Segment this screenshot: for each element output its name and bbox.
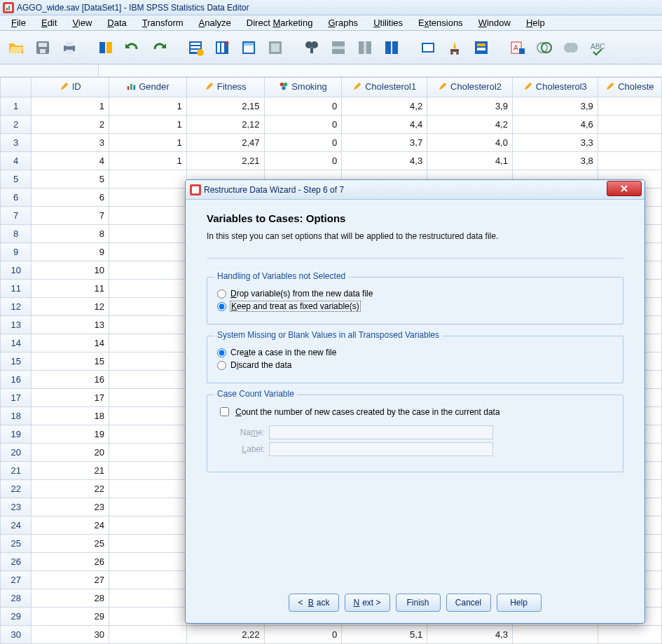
radio-discard-data[interactable] [217, 361, 226, 370]
cell[interactable]: 1 [109, 97, 187, 116]
print-icon[interactable] [57, 36, 81, 60]
row-header[interactable]: 18 [1, 407, 32, 425]
menu-help[interactable]: Help [519, 16, 552, 29]
row-header[interactable]: 15 [1, 352, 32, 371]
menu-transform[interactable]: Transform [135, 16, 191, 29]
row-header[interactable]: 24 [1, 516, 32, 535]
cell[interactable] [109, 189, 187, 207]
table-row[interactable]: 1112,1504,23,93,9 [1, 97, 662, 116]
row-header[interactable]: 14 [1, 334, 32, 352]
col-header-c3[interactable]: Cholesterol3 [512, 78, 598, 97]
cell[interactable] [109, 298, 187, 316]
goto-case-icon[interactable] [184, 36, 207, 60]
col-header-c2[interactable]: Cholesterol2 [427, 78, 513, 97]
cell[interactable]: 6 [32, 189, 109, 207]
cell[interactable] [109, 261, 187, 280]
variables-icon[interactable] [237, 36, 261, 60]
col-header-c1[interactable]: Cholesterol1 [342, 78, 427, 97]
radio-keep-fixed[interactable] [217, 302, 226, 311]
use-sets-icon[interactable]: A [506, 36, 530, 60]
row-header[interactable]: 21 [1, 462, 32, 480]
row-header[interactable]: 11 [1, 280, 32, 298]
redo-icon[interactable] [147, 36, 171, 60]
label-drop-variables[interactable]: Drop variable(s) from the new data file [230, 289, 373, 299]
cell[interactable]: 30 [32, 626, 109, 644]
recall-dialog-icon[interactable] [94, 36, 118, 60]
menu-view[interactable]: View [65, 16, 99, 29]
cell[interactable] [109, 371, 187, 389]
cell[interactable]: 2,12 [186, 116, 264, 134]
cell[interactable]: 19 [32, 425, 109, 444]
row-header[interactable]: 7 [1, 207, 32, 225]
cell[interactable]: 20 [32, 444, 109, 462]
table-row[interactable]: 3312,4703,74,03,3 [1, 134, 662, 152]
cell[interactable]: 2,47 [186, 134, 264, 152]
cell[interactable]: 8 [32, 225, 109, 243]
cell[interactable] [109, 626, 187, 644]
cell[interactable]: 7 [32, 207, 109, 225]
row-header[interactable]: 1 [1, 97, 32, 116]
cell[interactable]: 3,8 [512, 152, 598, 170]
cell[interactable]: 1 [109, 134, 187, 152]
cell[interactable]: 0 [264, 134, 342, 152]
cell[interactable] [109, 589, 187, 608]
cell[interactable] [109, 516, 187, 535]
cell[interactable]: 28 [32, 589, 109, 608]
spellcheck-icon[interactable]: ABC [586, 36, 609, 60]
cell[interactable]: 16 [32, 371, 109, 389]
find-icon[interactable] [300, 36, 324, 60]
cell[interactable]: 29 [32, 608, 109, 626]
cell[interactable] [109, 207, 187, 225]
back-button[interactable]: < Back [289, 594, 338, 612]
row-header[interactable]: 9 [1, 243, 32, 261]
label-discard-data[interactable]: Discard the data [230, 360, 291, 370]
cell[interactable]: 27 [32, 571, 109, 589]
row-header[interactable]: 27 [1, 571, 32, 589]
col-header-c4[interactable]: Choleste [598, 78, 661, 97]
cell[interactable]: 1 [109, 116, 187, 134]
finish-button[interactable]: Finish [396, 594, 441, 612]
cell[interactable]: 2,22 [186, 626, 264, 644]
cell[interactable]: 17 [32, 389, 109, 407]
row-header[interactable]: 6 [1, 189, 32, 207]
menu-window[interactable]: Window [471, 16, 518, 29]
cell[interactable]: 5 [32, 170, 109, 189]
table-row[interactable]: 2212,1204,44,24,6 [1, 116, 662, 134]
cell[interactable] [109, 334, 187, 352]
row-header[interactable]: 12 [1, 298, 32, 316]
cell[interactable] [109, 280, 187, 298]
cell[interactable]: 1 [32, 97, 109, 116]
row-header[interactable]: 25 [1, 535, 32, 553]
cell[interactable] [109, 407, 187, 425]
cell[interactable] [598, 626, 661, 644]
cell[interactable]: 0 [264, 116, 342, 134]
cell[interactable]: 21 [32, 462, 109, 480]
menu-analyze[interactable]: Analyze [192, 16, 238, 29]
split-file-icon[interactable] [380, 36, 404, 60]
show-all-icon[interactable] [532, 36, 556, 60]
cell[interactable]: 4 [32, 152, 109, 170]
cell[interactable] [109, 425, 187, 444]
cell[interactable] [109, 608, 187, 626]
row-header[interactable]: 4 [1, 152, 32, 170]
cell[interactable]: 25 [32, 535, 109, 553]
cell[interactable] [109, 444, 187, 462]
menu-graphs[interactable]: Graphs [321, 16, 365, 29]
row-header[interactable]: 30 [1, 626, 32, 644]
cell[interactable]: 4,2 [342, 97, 427, 116]
checkbox-count-cases[interactable] [220, 407, 229, 416]
cell[interactable] [109, 462, 187, 480]
cell[interactable]: 0 [264, 626, 342, 644]
cell[interactable] [109, 225, 187, 243]
menu-utilities[interactable]: Utilities [366, 16, 410, 29]
cell[interactable]: 13 [32, 316, 109, 334]
row-header[interactable]: 17 [1, 389, 32, 407]
cell[interactable]: 1 [109, 152, 187, 170]
cell[interactable]: 24 [32, 516, 109, 535]
value-labels-icon[interactable] [469, 36, 493, 60]
menu-direct-marketing[interactable]: Direct Marketing [240, 16, 320, 29]
menu-edit[interactable]: Edit [34, 16, 64, 29]
cell[interactable]: 26 [32, 553, 109, 571]
label-create-case[interactable]: Create a case in the new file [230, 348, 336, 357]
col-header-id[interactable]: ID [32, 78, 109, 97]
